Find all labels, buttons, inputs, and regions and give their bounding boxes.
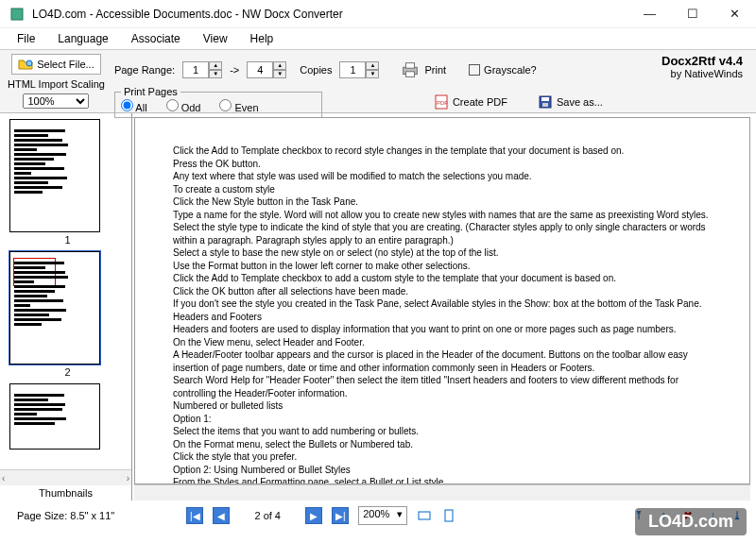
html-scaling-select[interactable]: 100%: [23, 93, 89, 109]
save-as-label: Save as...: [557, 96, 603, 108]
thumbnails-label: Thumbnails: [0, 485, 131, 501]
page-position: 2 of 4: [239, 510, 296, 521]
create-pdf-label: Create PDF: [453, 96, 507, 108]
page-to-spinner[interactable]: ▲▼: [247, 61, 286, 78]
doc-line: Option 1:: [173, 413, 721, 426]
save-icon: [538, 94, 553, 110]
page-from-spinner[interactable]: ▲▼: [182, 61, 222, 78]
page-to-input[interactable]: [247, 61, 273, 78]
spin-up-icon[interactable]: ▲: [273, 61, 286, 70]
menu-language[interactable]: Language: [48, 30, 117, 47]
radio-all[interactable]: All: [121, 99, 147, 113]
minimize-button[interactable]: —: [628, 0, 671, 28]
create-pdf-button[interactable]: PDF Create PDF: [434, 94, 507, 110]
menu-file[interactable]: File: [8, 30, 44, 47]
doc-line: A Header/Footer toolbar appears and the …: [173, 348, 721, 374]
app-icon: [9, 7, 25, 22]
thumbnail-2-label: 2: [9, 366, 126, 378]
menu-help[interactable]: Help: [241, 30, 284, 47]
page-range-label: Page Range:: [114, 64, 175, 76]
doc-line: Select a style to base the new style on …: [173, 246, 721, 260]
doc-line: Press the OK button.: [173, 158, 721, 171]
svg-rect-10: [419, 512, 430, 519]
thumbnail-page-1[interactable]: [9, 119, 100, 232]
thumbnail-page-3[interactable]: [9, 383, 100, 450]
preview-scroll[interactable]: Click the Add to Template checkbox to re…: [134, 117, 750, 484]
doc-line: Numbered or bulleted lists: [173, 399, 721, 413]
radio-odd[interactable]: Odd: [166, 99, 201, 113]
svg-rect-8: [541, 97, 549, 101]
html-scaling-label: HTML Import Scaling: [8, 78, 105, 90]
doc-line: Click the style that you prefer.: [173, 450, 721, 464]
grayscale-checkbox[interactable]: Grayscale?: [469, 64, 537, 76]
menu-bar: File Language Associate View Help: [0, 28, 756, 49]
doc-line: To create a custom style: [173, 183, 721, 196]
next-page-button[interactable]: ▶: [305, 507, 322, 524]
doc-line: Headers and Footers: [173, 311, 721, 324]
zoom-select[interactable]: 200%▾: [358, 506, 407, 525]
spin-up-icon[interactable]: ▲: [209, 61, 222, 70]
brand-title: Docx2Rtf v4.4: [662, 54, 743, 68]
work-area: 1 2 ‹› Thumbnails Click the Add to Templ…: [0, 113, 756, 501]
fit-width-button[interactable]: [417, 508, 432, 523]
pdf-icon: PDF: [434, 94, 449, 110]
copies-spinner[interactable]: ▲▼: [339, 61, 379, 78]
spin-up-icon[interactable]: ▲: [366, 61, 379, 70]
doc-line: Click the Add to Template checkbox to re…: [173, 144, 721, 158]
document-content: Click the Add to Template checkbox to re…: [135, 118, 749, 484]
page-size-label: Page Size: 8.5" x 11": [11, 508, 120, 523]
thumbnail-1-label: 1: [9, 234, 126, 246]
printer-icon: [400, 59, 421, 80]
spin-down-icon[interactable]: ▼: [273, 70, 286, 78]
doc-line: Use the Format button in the lower left …: [173, 260, 721, 273]
print-button[interactable]: Print: [400, 59, 446, 80]
menu-associate[interactable]: Associate: [122, 30, 190, 47]
brand-by: by NativeWinds: [662, 68, 743, 79]
select-file-button[interactable]: Select File...: [11, 54, 101, 75]
doc-line: Select the style type to indicate the ki…: [173, 221, 721, 246]
first-page-button[interactable]: |◀: [186, 507, 203, 524]
save-as-button[interactable]: Save as...: [538, 94, 603, 110]
last-page-button[interactable]: ▶|: [332, 507, 349, 524]
spin-down-icon[interactable]: ▼: [366, 70, 379, 78]
spin-down-icon[interactable]: ▼: [209, 70, 222, 78]
maximize-button[interactable]: ☐: [671, 0, 713, 28]
scroll-left-icon[interactable]: ‹: [2, 473, 5, 484]
range-arrow: ->: [230, 64, 239, 76]
svg-text:PDF: PDF: [437, 100, 448, 106]
fit-page-button[interactable]: [441, 508, 456, 523]
svg-rect-9: [542, 103, 548, 107]
thumbnail-panel: 1 2 ‹› Thumbnails: [0, 113, 132, 501]
grayscale-label: Grayscale?: [484, 64, 537, 76]
brand-box: Docx2Rtf v4.4 by NativeWinds: [662, 54, 748, 109]
checkbox-box-icon: [469, 64, 480, 76]
folder-open-icon: [18, 57, 33, 72]
radio-even[interactable]: Even: [219, 99, 258, 113]
doc-line: Select the items that you want to add nu…: [173, 425, 721, 438]
thumbnails-list[interactable]: 1 2: [0, 113, 131, 469]
thumbnail-page-2[interactable]: [9, 251, 100, 365]
select-file-label: Select File...: [37, 59, 94, 70]
svg-rect-4: [406, 72, 415, 77]
doc-line: Headers and footers are used to display …: [173, 323, 721, 336]
doc-line: On the Format menu, select the Bullets o…: [173, 438, 721, 451]
scroll-right-icon[interactable]: ›: [127, 473, 129, 484]
svg-rect-11: [445, 510, 453, 521]
doc-line: If you don't see the style you created i…: [173, 297, 721, 311]
doc-line: Type a name for the style. Word will not…: [173, 209, 721, 222]
close-button[interactable]: ✕: [713, 0, 756, 28]
page-from-input[interactable]: [182, 61, 209, 78]
preview-hscroll[interactable]: [134, 484, 750, 501]
window-title: LO4D.com - Accessible Documents.doc - NW…: [32, 8, 628, 21]
doc-line: Search Word Help for "Header Footer" the…: [173, 374, 721, 399]
prev-page-button[interactable]: ◀: [213, 507, 230, 524]
doc-line: Click the New Style button in the Task P…: [173, 195, 721, 209]
menu-view[interactable]: View: [194, 30, 237, 47]
print-pages-legend: Print Pages: [121, 86, 180, 97]
svg-point-1: [26, 60, 32, 66]
print-label: Print: [424, 64, 446, 76]
thumbnail-hscroll[interactable]: ‹›: [0, 469, 131, 485]
svg-rect-0: [11, 8, 23, 20]
copies-input[interactable]: [339, 61, 366, 78]
svg-rect-3: [406, 63, 415, 69]
